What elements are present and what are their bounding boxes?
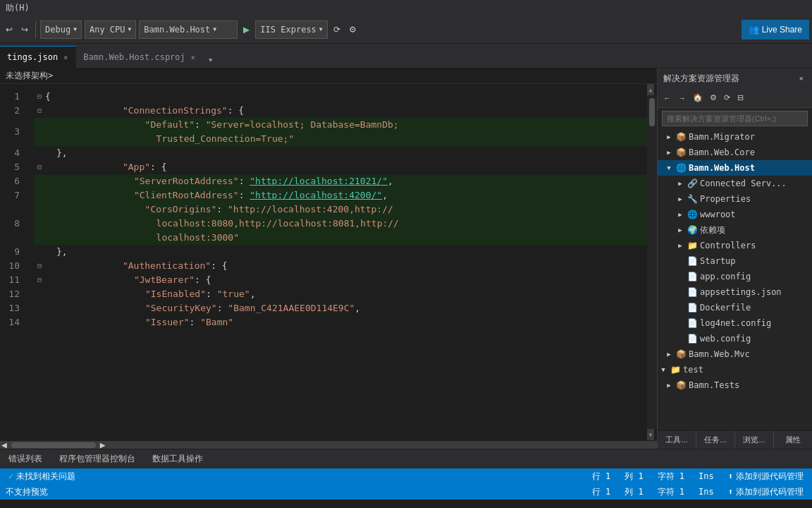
sol-refresh-btn[interactable]: ⟳ — [721, 92, 733, 104]
key-issuer: "Issuer" — [145, 317, 190, 327]
tree-bamn-migrator[interactable]: ▶ 📦 Bamn.Migrator — [658, 129, 812, 145]
title-bar: 助(H) — [0, 0, 812, 16]
errors-tab[interactable]: 错误列表 — [0, 450, 51, 468]
debug-dropdown[interactable]: Debug ▼ — [40, 20, 82, 39]
check-icon: ✓ — [8, 471, 13, 481]
tree-bamn-webmvc[interactable]: ▶ 📦 Bamn.Web.Mvc — [658, 346, 812, 362]
icon-wwwroot: 🌐 — [686, 210, 699, 219]
status-bar-1: ✓ 未找到相关问题 行 1 列 1 字符 1 Ins ⬆ 添加到源代码管理 — [0, 468, 812, 484]
data-tools-tab[interactable]: 数据工具操作 — [144, 450, 211, 468]
status-ins[interactable]: Ins — [696, 471, 717, 481]
package-manager-tab[interactable]: 程序包管理器控制台 — [51, 450, 144, 468]
h-scroll-right[interactable]: ▶ — [99, 440, 107, 449]
status-source-control[interactable]: ⬆ 添加到源代码管理 — [725, 471, 806, 483]
tree-connected-services[interactable]: ▶ 🔗 Connected Serv... — [658, 176, 812, 191]
tree-bamn-webcore[interactable]: ▶ 📦 Bamn.Web.Core — [658, 145, 812, 160]
scroll-track[interactable] — [647, 95, 657, 429]
ln-2: 2 — [0, 104, 28, 118]
run-dropdown[interactable]: IIS Express ▼ — [255, 20, 327, 39]
scroll-up[interactable]: ▲ — [647, 84, 654, 95]
fold-5[interactable]: ⊟ — [34, 162, 45, 173]
arrow-migrator[interactable]: ▶ — [663, 133, 675, 140]
status-right-1: 行 1 列 1 字符 1 Ins ⬆ 添加到源代码管理 — [589, 471, 806, 483]
project-dropdown[interactable]: Bamn.Web.Host ▼ — [139, 20, 238, 39]
footer-ins[interactable]: Ins — [696, 486, 717, 498]
tree-appsettings[interactable]: 📄 appsettings.json — [658, 284, 812, 300]
tasks-tab[interactable]: 任务... — [696, 431, 735, 449]
arrow-properties[interactable]: ▶ — [675, 195, 686, 202]
live-share-button[interactable]: 👥 Live Share — [742, 20, 809, 40]
arrow-deps[interactable]: ▶ — [675, 226, 686, 234]
sol-sync-btn[interactable]: ⚙ — [707, 92, 720, 104]
status-col[interactable]: 列 1 — [622, 471, 646, 483]
status-issues[interactable]: ✓ 未找到相关问题 — [6, 471, 78, 483]
footer-char[interactable]: 字符 1 — [655, 486, 687, 498]
arrow-connected[interactable]: ▶ — [675, 180, 686, 187]
sol-forward-btn[interactable]: → — [675, 92, 689, 104]
arrow-wwwroot[interactable]: ▶ — [675, 211, 686, 218]
fold-2[interactable]: ⊟ — [34, 105, 45, 116]
status-char[interactable]: 字符 1 — [655, 471, 687, 483]
sol-home-btn[interactable]: 🏠 — [690, 92, 706, 104]
refresh-button[interactable]: ⟳ — [331, 23, 343, 36]
arrow-webhost[interactable]: ▼ — [663, 164, 675, 171]
cpu-dropdown[interactable]: Any CPU ▼ — [85, 20, 136, 39]
label-connected: Connected Serv... — [700, 179, 787, 188]
redo-button[interactable]: ↪ — [18, 23, 31, 36]
props-tab[interactable]: 属性 — [774, 431, 812, 449]
tab-csproj-close[interactable]: × — [190, 53, 197, 62]
fold-11[interactable]: ⊟ — [34, 274, 45, 286]
tab-menu-button[interactable]: ▾ — [204, 52, 218, 68]
icon-webmvc: 📦 — [675, 349, 687, 359]
h-scrollbar[interactable]: ◀ ▶ — [0, 440, 657, 449]
footer-col[interactable]: 列 1 — [622, 486, 646, 498]
debug-tools-button[interactable]: ⚙ — [346, 23, 359, 36]
tree-test[interactable]: ▼ 📁 test — [658, 362, 812, 377]
fold-10[interactable]: ⊟ — [34, 260, 45, 272]
val-cors3: localhost:3000" — [156, 232, 239, 243]
icon-deps: 🌍 — [686, 225, 699, 235]
code-area[interactable]: ⊟ { ⊟ "ConnectionStrings": { ⊟ "Default"… — [28, 84, 647, 440]
undo-button[interactable]: ↩ — [3, 23, 16, 36]
run-button[interactable]: ▶ — [240, 23, 252, 36]
solution-search[interactable] — [662, 111, 808, 126]
arrow-webcore[interactable]: ▶ — [663, 149, 675, 156]
h-scroll-left[interactable]: ◀ — [0, 440, 8, 449]
tree-dockerfile[interactable]: 📄 Dockerfile — [658, 300, 812, 315]
tree-bamn-webhost[interactable]: ▼ 🌐 Bamn.Web.Host — [658, 160, 812, 176]
tree-wwwroot[interactable]: ▶ 🌐 wwwroot — [658, 207, 812, 222]
tree-log4net[interactable]: 📄 log4net.config — [658, 315, 812, 331]
tree-controllers[interactable]: ▶ 📁 Controllers — [658, 238, 812, 253]
h-scroll-thumb[interactable] — [11, 442, 96, 448]
scroll-down[interactable]: ▼ — [647, 429, 654, 440]
tools-tab[interactable]: 工具... — [658, 431, 696, 449]
icon-dockerfile: 📄 — [686, 303, 699, 313]
tree-startup[interactable]: 📄 Startup — [658, 253, 812, 269]
fold-1[interactable]: ⊟ — [34, 91, 45, 102]
tab-appsettings-close[interactable]: × — [62, 53, 69, 62]
footer-source-label: 添加到源代码管理 — [736, 486, 804, 498]
sol-back-btn[interactable]: ← — [660, 92, 674, 104]
tab-csproj[interactable]: Bamn.Web.Host.csproj × — [76, 46, 204, 68]
footer-row[interactable]: 行 1 — [589, 486, 613, 498]
arrow-tests[interactable]: ▶ — [663, 382, 675, 389]
tree-webconfig[interactable]: 📄 web.config — [658, 331, 812, 346]
solution-tree: ▶ 📦 Bamn.Migrator ▶ 📦 Bamn.Web.Core ▼ 🌐 … — [658, 129, 812, 430]
tab-appsettings[interactable]: tings.json × — [0, 46, 76, 68]
label-properties: Properties — [700, 194, 751, 204]
footer-source-control[interactable]: ⬆ 添加到源代码管理 — [725, 486, 806, 498]
editor-scrollbar[interactable]: ▲ ▼ — [647, 84, 657, 440]
tree-properties[interactable]: ▶ 🔧 Properties — [658, 191, 812, 207]
arrow-controllers[interactable]: ▶ — [675, 242, 686, 249]
browse-tab[interactable]: 浏览... — [735, 431, 774, 449]
solution-close-btn[interactable]: × — [796, 73, 806, 84]
arrow-test[interactable]: ▼ — [658, 366, 669, 373]
status-row[interactable]: 行 1 — [589, 471, 613, 483]
arrow-webmvc[interactable]: ▶ — [663, 351, 675, 358]
tree-appconfig[interactable]: 📄 app.config — [658, 269, 812, 284]
tree-deps[interactable]: ▶ 🌍 依赖项 — [658, 222, 812, 238]
scroll-thumb[interactable] — [649, 98, 655, 126]
live-share-icon: 👥 — [749, 25, 759, 35]
tree-bamn-tests[interactable]: ▶ 📦 Bamn.Tests — [658, 377, 812, 393]
sol-collapse-btn[interactable]: ⊟ — [734, 92, 746, 104]
